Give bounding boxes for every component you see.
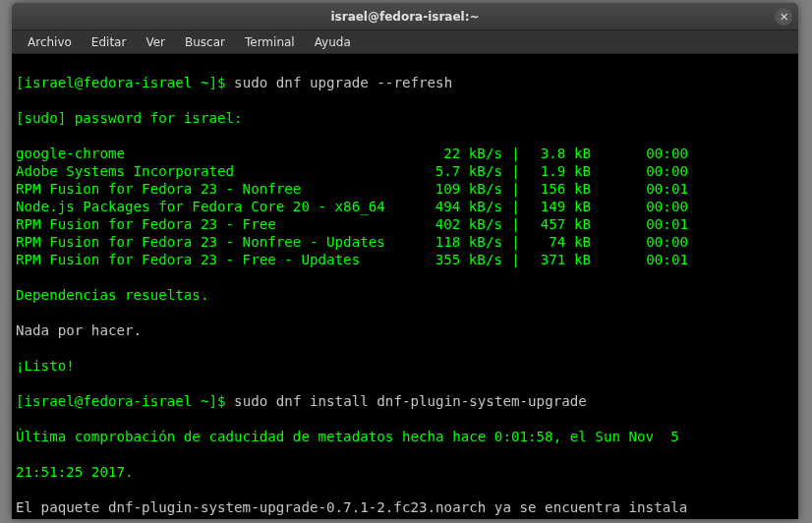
prompt: [israel@fedora-israel ~]$ [16, 75, 234, 90]
msg-nada: Nada por hacer. [16, 321, 794, 339]
repo-speed: 402 kB/s [414, 215, 502, 233]
terminal-output[interactable]: [israel@fedora-israel ~]$ sudo dnf upgra… [12, 54, 798, 519]
repo-name: RPM Fusion for Fedora 23 - Free [16, 215, 414, 233]
repo-time: 00:00 [591, 145, 688, 162]
repo-time: 00:01 [591, 180, 688, 198]
repo-row: RPM Fusion for Fedora 23 - Free402 kB/s|… [16, 215, 794, 233]
separator: | [502, 215, 529, 233]
repo-time: 00:01 [591, 215, 688, 233]
titlebar[interactable]: israel@fedora-israel:~ ✕ [12, 3, 798, 30]
repo-size: 1.9 kB [529, 162, 591, 180]
repo-time: 00:00 [591, 198, 688, 215]
separator: | [502, 162, 529, 180]
menu-ayuda[interactable]: Ayuda [305, 32, 361, 52]
separator: | [502, 180, 529, 198]
repo-time: 00:01 [591, 251, 688, 268]
command-2: sudo dnf install dnf-plugin-system-upgra… [234, 393, 587, 409]
menu-archivo[interactable]: Archivo [18, 32, 82, 52]
separator: | [502, 145, 529, 162]
repo-size: 149 kB [529, 198, 591, 215]
separator: | [502, 198, 529, 215]
repo-name: Node.js Packages for Fedora Core 20 - x8… [16, 198, 414, 215]
repo-name: RPM Fusion for Fedora 23 - Nonfree [16, 180, 414, 198]
repo-speed: 109 kB/s [414, 180, 502, 198]
repo-size: 3.8 kB [529, 145, 591, 162]
menu-buscar[interactable]: Buscar [175, 32, 235, 52]
separator: | [502, 251, 529, 268]
menu-terminal[interactable]: Terminal [235, 32, 305, 52]
repo-size: 371 kB [529, 251, 591, 268]
prompt: [israel@fedora-israel ~]$ [16, 393, 234, 409]
command-1: sudo dnf upgrade --refresh [234, 75, 452, 90]
repo-name: Adobe Systems Incorporated [16, 162, 414, 180]
repo-speed: 22 kB/s [414, 145, 502, 162]
repo-row: Adobe Systems Incorporated5.7 kB/s|1.9 k… [16, 162, 794, 180]
repo-name: RPM Fusion for Fedora 23 - Free - Update… [16, 251, 414, 268]
menu-ver[interactable]: Ver [136, 32, 175, 52]
repo-size: 74 kB [529, 233, 591, 251]
repo-size: 457 kB [529, 215, 591, 233]
msg-meta1: Última comprobación de caducidad de meta… [16, 428, 794, 445]
repo-speed: 5.7 kB/s [414, 162, 502, 180]
repo-row: RPM Fusion for Fedora 23 - Free - Update… [16, 251, 794, 268]
repo-size: 156 kB [529, 180, 591, 198]
repo-name: RPM Fusion for Fedora 23 - Nonfree - Upd… [16, 233, 414, 251]
msg-listo: ¡Listo! [16, 357, 794, 375]
separator: | [502, 233, 529, 251]
repo-row: Node.js Packages for Fedora Core 20 - x8… [16, 198, 794, 215]
msg-meta2: 21:51:25 2017. [16, 463, 794, 481]
repo-time: 00:00 [591, 233, 688, 251]
msg-pkg1: El paquete dnf-plugin-system-upgrade-0.7… [16, 498, 794, 516]
repo-speed: 355 kB/s [414, 251, 502, 268]
repo-speed: 118 kB/s [414, 233, 502, 251]
repo-row: google-chrome22 kB/s|3.8 kB00:00 [16, 145, 794, 162]
close-icon[interactable]: ✕ [775, 8, 792, 26]
terminal-window: israel@fedora-israel:~ ✕ Archivo Editar … [12, 3, 798, 519]
repo-row: RPM Fusion for Fedora 23 - Nonfree - Upd… [16, 233, 794, 251]
repo-speed: 494 kB/s [414, 198, 502, 215]
menu-editar[interactable]: Editar [82, 32, 137, 52]
repo-name: google-chrome [16, 145, 414, 162]
repo-row: RPM Fusion for Fedora 23 - Nonfree109 kB… [16, 180, 794, 198]
msg-deps: Dependencias resueltas. [16, 286, 794, 304]
window-title: israel@fedora-israel:~ [330, 10, 479, 24]
repo-time: 00:00 [591, 162, 688, 180]
menubar: Archivo Editar Ver Buscar Terminal Ayuda [12, 30, 798, 54]
sudo-prompt: [sudo] password for israel: [16, 109, 794, 127]
